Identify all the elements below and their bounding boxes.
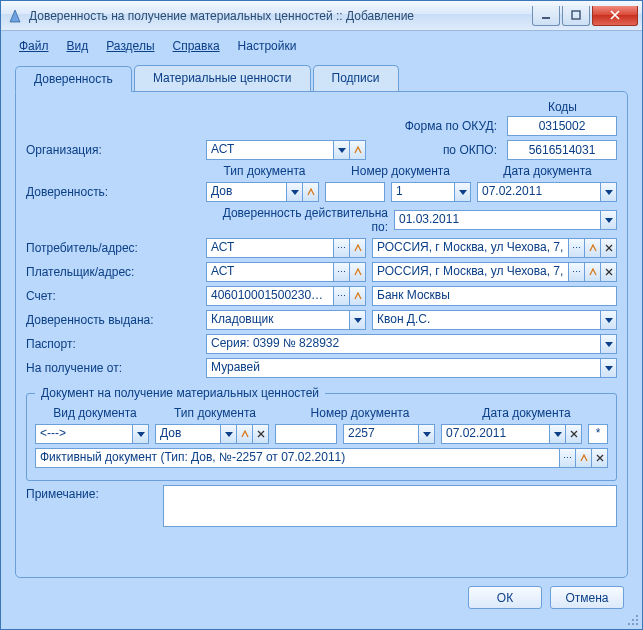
- client-area: Файл Вид Разделы Справка Настройки Довер…: [1, 31, 642, 629]
- titlebar[interactable]: Доверенность на получение материальных ц…: [1, 1, 642, 31]
- clear-icon[interactable]: [591, 449, 607, 467]
- lookup-icon[interactable]: [575, 449, 591, 467]
- dropdown-icon[interactable]: [600, 211, 616, 229]
- dropdown-icon[interactable]: [349, 311, 365, 329]
- ellipsis-icon[interactable]: ⋯: [333, 263, 349, 281]
- lookup-icon[interactable]: [236, 425, 252, 443]
- ok-button[interactable]: ОК: [468, 586, 542, 609]
- sub-col-vid: Вид документа: [35, 406, 155, 420]
- passport-field[interactable]: Серия: 0399 № 828932: [206, 334, 617, 354]
- col-number: Номер документа: [323, 164, 478, 178]
- ellipsis-icon[interactable]: ⋯: [568, 239, 584, 257]
- menu-settings[interactable]: Настройки: [238, 39, 297, 53]
- svg-marker-14: [354, 318, 362, 323]
- dropdown-icon[interactable]: [454, 183, 470, 201]
- minimize-button[interactable]: [532, 6, 560, 26]
- resize-grip-icon[interactable]: [627, 614, 639, 626]
- clear-icon[interactable]: [252, 425, 268, 443]
- sub-num-left[interactable]: [275, 424, 337, 444]
- svg-marker-15: [605, 318, 613, 323]
- sub-col-num: Номер документа: [275, 406, 445, 420]
- okud-value: 0315002: [507, 116, 617, 136]
- cancel-button[interactable]: Отмена: [550, 586, 624, 609]
- note-label: Примечание:: [26, 485, 163, 501]
- svg-marker-17: [605, 366, 613, 371]
- dropdown-icon[interactable]: [600, 335, 616, 353]
- menu-file[interactable]: Файл: [19, 39, 49, 53]
- sub-desc-field[interactable]: Фиктивный документ (Тип: Дов, №-2257 от …: [35, 448, 608, 468]
- menubar: Файл Вид Разделы Справка Настройки: [5, 35, 638, 57]
- dropdown-icon[interactable]: [600, 359, 616, 377]
- warrant-num-left[interactable]: [325, 182, 385, 202]
- passport-label: Паспорт:: [26, 337, 206, 351]
- clear-icon[interactable]: [600, 263, 616, 281]
- dropdown-icon[interactable]: [600, 183, 616, 201]
- ellipsis-icon[interactable]: ⋯: [568, 263, 584, 281]
- tab-warrant[interactable]: Доверенность: [15, 66, 132, 92]
- menu-help[interactable]: Справка: [173, 39, 220, 53]
- sub-col-date: Дата документа: [445, 406, 608, 420]
- sub-num-right[interactable]: 2257: [343, 424, 435, 444]
- window-title: Доверенность на получение материальных ц…: [29, 9, 532, 23]
- warrant-num-right[interactable]: 1: [391, 182, 471, 202]
- dropdown-icon[interactable]: [220, 425, 236, 443]
- tab-strip: Доверенность Материальные ценности Подпи…: [15, 65, 638, 91]
- dialog-buttons: ОК Отмена: [5, 578, 638, 615]
- lookup-icon[interactable]: [349, 239, 365, 257]
- bank-field[interactable]: Банк Москвы: [372, 286, 617, 306]
- tab-signatures[interactable]: Подписи: [313, 65, 399, 91]
- issued-to-label: Доверенность выдана:: [26, 313, 206, 327]
- lookup-icon[interactable]: [349, 263, 365, 281]
- lookup-icon[interactable]: [349, 287, 365, 305]
- svg-marker-7: [459, 190, 467, 195]
- consumer-field[interactable]: АСТ ⋯: [206, 238, 366, 258]
- note-field[interactable]: [163, 485, 617, 527]
- valid-till-field[interactable]: 01.03.2011: [394, 210, 617, 230]
- clear-icon[interactable]: [565, 425, 581, 443]
- payer-addr-field[interactable]: РОССИЯ, г Москва, ул Чехова, 7, ⋯: [372, 262, 617, 282]
- dropdown-icon[interactable]: [132, 425, 148, 443]
- issued-name-field[interactable]: Квон Д.С.: [372, 310, 617, 330]
- from-field[interactable]: Муравей: [206, 358, 617, 378]
- account-field[interactable]: 40601000150023002... ⋯: [206, 286, 366, 306]
- payer-field[interactable]: АСТ ⋯: [206, 262, 366, 282]
- svg-marker-23: [554, 432, 562, 437]
- dropdown-icon[interactable]: [600, 311, 616, 329]
- ellipsis-icon[interactable]: ⋯: [333, 239, 349, 257]
- dropdown-icon[interactable]: [549, 425, 565, 443]
- consumer-addr-field[interactable]: РОССИЯ, г Москва, ул Чехова, 7, ⋯: [372, 238, 617, 258]
- col-type: Тип документа: [206, 164, 323, 178]
- lookup-icon[interactable]: [584, 239, 600, 257]
- sub-type-field[interactable]: Дов: [155, 424, 269, 444]
- okud-label: Форма по ОКУД:: [405, 119, 497, 133]
- issued-role-field[interactable]: Кладовщик: [206, 310, 366, 330]
- close-button[interactable]: [592, 6, 638, 26]
- ellipsis-icon[interactable]: ⋯: [559, 449, 575, 467]
- statusbar: [5, 615, 638, 625]
- lookup-icon[interactable]: [349, 141, 365, 159]
- menu-view[interactable]: Вид: [67, 39, 89, 53]
- sub-legend: Документ на получение материальных ценно…: [35, 386, 325, 400]
- svg-marker-19: [225, 432, 233, 437]
- sub-document-group: Документ на получение материальных ценно…: [26, 386, 617, 481]
- tab-panel: Коды Форма по ОКУД: 0315002 Организация:…: [15, 91, 628, 578]
- org-field[interactable]: АСТ: [206, 140, 366, 160]
- warrant-type-field[interactable]: Дов: [206, 182, 319, 202]
- lookup-icon[interactable]: [584, 263, 600, 281]
- dropdown-icon[interactable]: [333, 141, 349, 159]
- lookup-icon[interactable]: [302, 183, 318, 201]
- tab-materials[interactable]: Материальные ценности: [134, 65, 311, 91]
- dropdown-icon[interactable]: [418, 425, 434, 443]
- maximize-button[interactable]: [562, 6, 590, 26]
- sub-vid-field[interactable]: <--->: [35, 424, 149, 444]
- warrant-date-field[interactable]: 07.02.2011: [477, 182, 617, 202]
- menu-sections[interactable]: Разделы: [106, 39, 154, 53]
- okpo-value: 5616514031: [507, 140, 617, 160]
- svg-marker-9: [605, 218, 613, 223]
- sub-star-button[interactable]: *: [588, 424, 608, 444]
- sub-date-field[interactable]: 07.02.2011: [441, 424, 582, 444]
- svg-marker-16: [605, 342, 613, 347]
- ellipsis-icon[interactable]: ⋯: [333, 287, 349, 305]
- clear-icon[interactable]: [600, 239, 616, 257]
- dropdown-icon[interactable]: [286, 183, 302, 201]
